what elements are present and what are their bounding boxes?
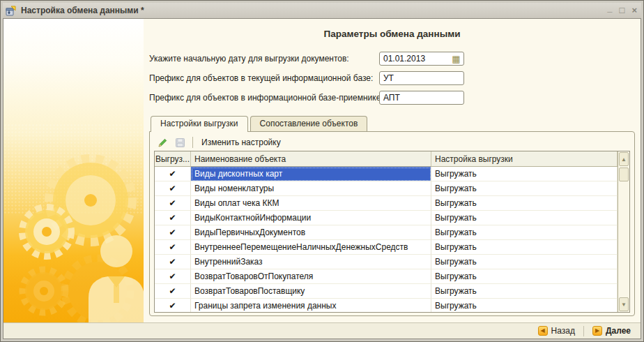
title-bar: Настройка обмена данными * _ □ ×	[3, 3, 641, 18]
save-floppy-icon[interactable]	[173, 135, 187, 149]
table-row[interactable]: ✔ВнутреннийЗаказВыгружать	[155, 255, 618, 269]
receiver-prefix-label: Префикс для объектов в информационной ба…	[149, 93, 379, 103]
form-row-receiver-prefix: Префикс для объектов в информационной ба…	[149, 88, 635, 107]
next-button-label: Далее	[606, 326, 631, 336]
wizard-footer: ◀ Назад ▶ Далее	[3, 322, 641, 339]
export-checkmark[interactable]: ✔	[155, 240, 191, 255]
receiver-prefix-value[interactable]: АПТ	[383, 93, 461, 103]
toolbar-separator	[192, 137, 193, 148]
exchange-parameters-form: Укажите начальную дату для выгрузки доку…	[149, 49, 635, 107]
table-row[interactable]: ✔ВидыКонтактнойИнформацииВыгружать	[155, 211, 618, 225]
form-row-current-prefix: Префикс для объектов в текущей информаци…	[149, 68, 635, 88]
scrollbar-thumb[interactable]	[619, 168, 629, 181]
exchange-window-icon	[6, 6, 17, 16]
object-name-cell[interactable]: ВозвратТоваровОтПокупателя	[191, 269, 431, 284]
export-setting-cell[interactable]: Выгружать	[431, 299, 618, 312]
back-button-label: Назад	[551, 326, 575, 336]
edit-pencil-icon[interactable]	[155, 135, 169, 149]
object-name-cell[interactable]: ВидыПервичныхДокументов	[191, 225, 431, 240]
object-name-cell[interactable]: Виды оплат чека ККМ	[191, 196, 431, 211]
export-setting-cell[interactable]: Выгружать	[431, 240, 618, 255]
start-date-value[interactable]: 01.01.2013	[383, 54, 451, 64]
start-date-label: Укажите начальную дату для выгрузки доку…	[149, 54, 379, 64]
export-checkmark[interactable]: ✔	[155, 269, 191, 284]
edit-setting-button[interactable]: Изменить настройку	[199, 136, 284, 149]
object-name-cell[interactable]: Виды дисконтных карт	[191, 167, 431, 181]
table-row[interactable]: ✔ВозвратТоваровПоставщикуВыгружать	[155, 284, 618, 299]
close-button[interactable]: ×	[631, 6, 637, 15]
window-title: Настройка обмена данными *	[21, 6, 603, 15]
table-toolbar: Изменить настройку	[154, 134, 630, 151]
receiver-prefix-field[interactable]: АПТ	[379, 91, 464, 105]
current-prefix-value[interactable]: УТ	[383, 73, 461, 83]
next-button[interactable]: ▶ Далее	[590, 325, 634, 336]
calendar-icon[interactable]: ▦	[451, 54, 461, 64]
table-row[interactable]: ✔Границы запрета изменения данныхВыгружа…	[155, 299, 618, 312]
tab-strip: Настройки выгрузки Сопоставление объекто…	[149, 116, 635, 131]
scroll-down-icon[interactable]: ▼	[619, 297, 629, 311]
footer-separator	[583, 326, 584, 336]
maximize-button[interactable]: □	[620, 6, 625, 15]
main-panel: Параметры обмена данными Укажите начальн…	[144, 19, 641, 322]
back-button[interactable]: ◀ Назад	[535, 325, 578, 336]
object-name-cell[interactable]: ВнутреннийЗаказ	[191, 255, 431, 269]
next-arrow-icon: ▶	[592, 326, 602, 336]
export-settings-tab-page: Изменить настройку Выгруз... Наименовани…	[149, 131, 635, 316]
export-setting-cell[interactable]: Выгружать	[431, 225, 618, 240]
page-title: Параметры обмена данными	[149, 29, 635, 39]
object-name-cell[interactable]: ВозвратТоваровПоставщику	[191, 284, 431, 299]
export-setting-cell[interactable]: Выгружать	[431, 196, 618, 211]
export-checkmark[interactable]: ✔	[155, 225, 191, 240]
vertical-scrollbar[interactable]: ▲ ▼	[618, 151, 629, 312]
export-checkmark[interactable]: ✔	[155, 299, 191, 312]
gears-person-illustration	[3, 148, 144, 322]
table-row[interactable]: ✔ВидыПервичныхДокументовВыгружать	[155, 225, 618, 240]
export-checkmark[interactable]: ✔	[155, 284, 191, 299]
export-setting-cell[interactable]: Выгружать	[431, 269, 618, 284]
column-header-export-setting: Настройка выгрузки	[431, 151, 618, 166]
object-name-cell[interactable]: ВидыКонтактнойИнформации	[191, 211, 431, 225]
export-checkmark[interactable]: ✔	[155, 255, 191, 269]
start-date-field[interactable]: 01.01.2013 ▦	[379, 52, 464, 66]
data-exchange-settings-window: Настройка обмена данными * _ □ ×	[0, 0, 644, 342]
tab-export-settings[interactable]: Настройки выгрузки	[151, 116, 248, 132]
table-row[interactable]: ✔ВозвратТоваровОтПокупателяВыгружать	[155, 269, 618, 284]
export-checkmark[interactable]: ✔	[155, 211, 191, 225]
table-row[interactable]: ✔Виды оплат чека ККМВыгружать	[155, 196, 618, 211]
window-body: Параметры обмена данными Укажите начальн…	[3, 18, 641, 339]
form-row-start-date: Укажите начальную дату для выгрузки доку…	[149, 49, 635, 68]
minimize-button[interactable]: _	[607, 4, 612, 13]
scrollbar-track[interactable]	[618, 182, 629, 297]
table-row[interactable]: ✔Виды номенклатурыВыгружать	[155, 181, 618, 196]
table-row[interactable]: ✔ВнутреннееПеремещениеНаличныхДенежныхСр…	[155, 240, 618, 255]
export-objects-table: Выгруз... Наименование объекта Настройка…	[154, 151, 630, 313]
table-body: ✔Виды дисконтных картВыгружать✔Виды номе…	[155, 167, 618, 312]
table-header-row: Выгруз... Наименование объекта Настройка…	[155, 151, 618, 167]
export-checkmark[interactable]: ✔	[155, 167, 191, 181]
export-setting-cell[interactable]: Выгружать	[431, 284, 618, 299]
window-controls: _ □ ×	[607, 6, 637, 15]
object-name-cell[interactable]: Границы запрета изменения данных	[191, 299, 431, 312]
scroll-up-icon[interactable]: ▲	[619, 152, 629, 166]
object-name-cell[interactable]: ВнутреннееПеремещениеНаличныхДенежныхСре…	[191, 240, 431, 255]
current-prefix-field[interactable]: УТ	[379, 71, 464, 85]
back-arrow-icon: ◀	[538, 326, 548, 336]
decorative-sidebar	[3, 19, 144, 322]
tab-object-mapping[interactable]: Сопоставление объектов	[250, 116, 368, 131]
export-checkmark[interactable]: ✔	[155, 181, 191, 196]
column-header-object-name: Наименование объекта	[191, 151, 431, 166]
export-setting-cell[interactable]: Выгружать	[431, 167, 618, 181]
current-prefix-label: Префикс для объектов в текущей информаци…	[149, 73, 379, 83]
table-row[interactable]: ✔Виды дисконтных картВыгружать	[155, 167, 618, 181]
export-setting-cell[interactable]: Выгружать	[431, 255, 618, 269]
export-checkmark[interactable]: ✔	[155, 196, 191, 211]
object-name-cell[interactable]: Виды номенклатуры	[191, 181, 431, 196]
column-header-export: Выгруз...	[155, 151, 191, 166]
export-setting-cell[interactable]: Выгружать	[431, 211, 618, 225]
export-setting-cell[interactable]: Выгружать	[431, 181, 618, 196]
